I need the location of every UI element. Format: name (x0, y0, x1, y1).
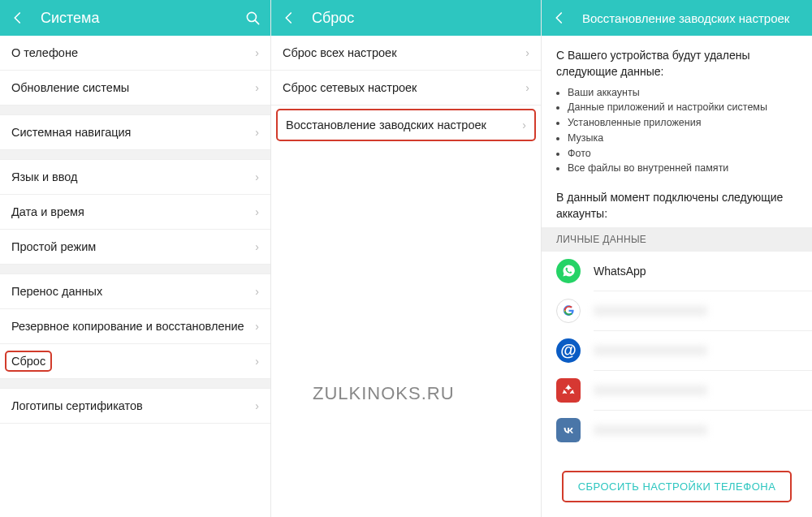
account-row[interactable] (542, 411, 812, 450)
chevron-right-icon: › (255, 355, 259, 368)
chevron-right-icon: › (255, 170, 259, 183)
list-gap (0, 106, 270, 115)
back-icon[interactable] (10, 10, 26, 26)
list-item[interactable]: Сброс всех настроек› (271, 36, 541, 71)
highlighted-row: Восстановление заводских настроек› (276, 109, 536, 141)
whatsapp-icon (556, 259, 581, 283)
list-item-label: Перенос данных (11, 285, 248, 298)
back-icon[interactable] (551, 10, 568, 26)
info-text-2: В данный момент подключены следующие акк… (542, 184, 812, 227)
list-item-label: Сброс сетевых настроек (283, 81, 519, 94)
chevron-right-icon: › (255, 240, 259, 253)
reset-phone-button[interactable]: СБРОСИТЬ НАСТРОЙКИ ТЕЛЕФОНА (562, 471, 793, 502)
list-item-label: Язык и ввод (11, 170, 248, 183)
list-item[interactable]: Язык и ввод› (0, 160, 270, 195)
bullet-item: Музыка (568, 131, 797, 146)
list-item-label: Системная навигация (11, 126, 248, 139)
chevron-right-icon: › (255, 399, 259, 412)
bullet-item: Данные приложений и настройки системы (568, 100, 797, 115)
list-item-label: Резервное копирование и восстановление (11, 320, 248, 333)
list-gap (0, 150, 270, 160)
reset-button-wrap: СБРОСИТЬ НАСТРОЙКИ ТЕЛЕФОНА (542, 471, 812, 502)
bullet-item: Ваши аккаунты (568, 85, 797, 101)
list-gap (0, 379, 270, 389)
svg-line-1 (254, 19, 258, 24)
vk-icon (556, 418, 581, 442)
list-item[interactable]: Резервное копирование и восстановление› (0, 309, 270, 344)
header-title: Восстановление заводских настроек (582, 11, 802, 25)
list-item[interactable]: Логотипы сертификатов› (0, 389, 270, 424)
bullet-item: Установленные приложения (568, 115, 797, 131)
list-item[interactable]: Восстановление заводских настроек› (278, 110, 534, 140)
chevron-right-icon: › (255, 285, 259, 298)
back-icon[interactable] (281, 10, 297, 26)
search-icon[interactable] (244, 10, 261, 26)
account-label-blurred (594, 386, 707, 395)
account-label: WhatsApp (594, 265, 646, 278)
chevron-right-icon: › (255, 320, 259, 333)
account-label-blurred (594, 346, 707, 355)
header-reset: Сброс (271, 0, 541, 36)
chevron-right-icon: › (255, 126, 259, 139)
header-title: Сброс (312, 10, 531, 27)
section-personal-data: ЛИЧНЫЕ ДАННЫЕ (542, 227, 812, 252)
list-item-label: Логотипы сертификатов (11, 399, 248, 412)
panel-reset: Сброс Сброс всех настроек›Сброс сетевых … (270, 0, 541, 517)
huawei-icon (556, 378, 581, 403)
chevron-right-icon: › (525, 46, 529, 59)
list-item-label: Простой режим (11, 240, 248, 253)
chevron-right-icon: › (255, 81, 259, 94)
list-item[interactable]: Обновление системы› (0, 71, 270, 106)
list-item-label: Сброс (11, 355, 248, 368)
google-icon (556, 299, 581, 323)
watermark: ZULKINOKS.RU (313, 383, 455, 404)
chevron-right-icon: › (525, 81, 529, 94)
chevron-right-icon: › (255, 46, 259, 59)
list-gap (0, 265, 270, 274)
header-system: Система (0, 0, 270, 36)
account-row[interactable] (542, 371, 812, 410)
panel-factory-reset: Восстановление заводских настроек С Ваше… (541, 0, 812, 517)
account-row[interactable]: WhatsApp (542, 252, 812, 291)
list-item[interactable]: Системная навигация› (0, 115, 270, 150)
list-item[interactable]: О телефоне› (0, 36, 270, 71)
list-item-label: Сброс всех настроек (283, 46, 519, 59)
list-item[interactable]: Перенос данных› (0, 274, 270, 309)
chevron-right-icon: › (522, 118, 526, 131)
list-item-label: Восстановление заводских настроек (286, 118, 516, 131)
panel-system: Система О телефоне›Обновление системы›Си… (0, 0, 270, 517)
bullet-item: Фото (568, 146, 797, 162)
info-text-1: С Вашего устройства будут удалены следую… (542, 36, 812, 85)
account-row[interactable]: @ (542, 331, 812, 370)
list-item[interactable]: Сброс› (0, 344, 270, 379)
header-factory-reset: Восстановление заводских настроек (542, 0, 812, 36)
list-item-label: О телефоне (11, 46, 248, 59)
account-label-blurred (594, 425, 707, 435)
list-item[interactable]: Сброс сетевых настроек› (271, 71, 541, 106)
mail-icon: @ (556, 338, 581, 363)
header-title: Система (41, 10, 244, 27)
list-item[interactable]: Дата и время› (0, 195, 270, 230)
account-label-blurred (594, 306, 707, 316)
list-item[interactable]: Простой режим› (0, 230, 270, 265)
account-row[interactable] (542, 291, 812, 330)
chevron-right-icon: › (255, 205, 259, 218)
list-item-label: Дата и время (11, 205, 248, 218)
list-item-label: Обновление системы (11, 81, 248, 94)
delete-list: Ваши аккаунтыДанные приложений и настрой… (542, 85, 812, 185)
bullet-item: Все файлы во внутренней памяти (568, 161, 797, 176)
